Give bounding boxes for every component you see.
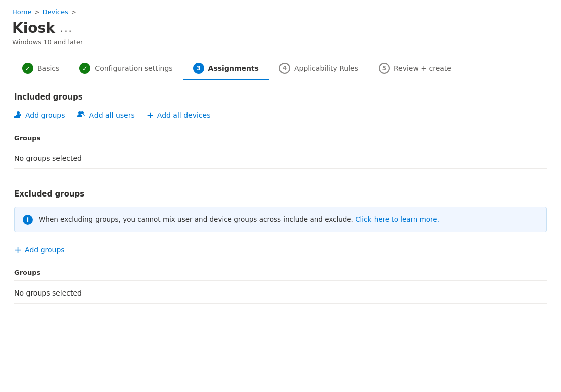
- included-groups-table-header: Groups: [14, 130, 547, 146]
- tab-applicability-rules[interactable]: 4 Applicability Rules: [269, 58, 368, 80]
- add-all-users-button[interactable]: Add all users: [77, 110, 135, 120]
- add-all-devices-label: Add all devices: [157, 111, 211, 119]
- add-groups-button[interactable]: Add groups: [14, 110, 65, 120]
- section-divider: [14, 179, 547, 179]
- tab-assignments-step-circle: 3: [193, 63, 204, 74]
- included-groups-actions: Add groups Add all users + Add all devic…: [14, 110, 547, 120]
- tab-configuration-settings[interactable]: Configuration settings: [69, 58, 182, 80]
- add-all-users-label: Add all users: [89, 111, 135, 119]
- breadcrumb-devices[interactable]: Devices: [42, 8, 68, 16]
- excluded-groups-table-header: Groups: [14, 265, 547, 281]
- tab-config-label: Configuration settings: [95, 64, 172, 72]
- tab-applicability-label: Applicability Rules: [294, 64, 358, 72]
- tab-review-step-circle: 5: [379, 63, 390, 74]
- tab-basics-check-icon: [22, 63, 33, 74]
- breadcrumb-sep2: >: [71, 9, 76, 16]
- excluded-groups-info-box: i When excluding groups, you cannot mix …: [14, 207, 547, 232]
- tab-basics[interactable]: Basics: [12, 58, 69, 80]
- plus-icon: +: [147, 110, 154, 120]
- tab-review-label: Review + create: [394, 64, 451, 72]
- info-icon: i: [23, 215, 33, 225]
- people-add-icon: [77, 110, 86, 120]
- excluded-plus-icon: +: [14, 244, 22, 255]
- excluded-add-groups-label: Add groups: [25, 246, 65, 254]
- breadcrumb-home[interactable]: Home: [12, 8, 31, 16]
- page-title: Kiosk: [12, 20, 55, 36]
- tab-assignments[interactable]: 3 Assignments: [183, 58, 269, 80]
- wizard-tabs: Basics Configuration settings 3 Assignme…: [12, 58, 549, 80]
- included-groups-heading: Included groups: [14, 92, 547, 102]
- tab-basics-label: Basics: [37, 64, 59, 72]
- excluded-add-groups-button[interactable]: + Add groups: [14, 244, 65, 255]
- included-groups-empty-row: No groups selected: [14, 148, 547, 169]
- page-subtitle: Windows 10 and later: [12, 38, 549, 46]
- excluded-groups-actions: + Add groups: [14, 244, 547, 255]
- breadcrumb-sep1: >: [34, 9, 39, 16]
- info-text: When excluding groups, you cannot mix us…: [39, 214, 439, 224]
- page-title-area: Kiosk ...: [12, 20, 549, 36]
- tab-applicability-step-circle: 4: [279, 63, 290, 74]
- tab-config-check-icon: [79, 63, 90, 74]
- page-menu-button[interactable]: ...: [60, 22, 73, 34]
- breadcrumb: Home > Devices >: [12, 8, 549, 16]
- info-learn-more-link[interactable]: Click here to learn more.: [355, 215, 439, 223]
- excluded-groups-heading: Excluded groups: [14, 189, 547, 199]
- person-add-icon: [14, 110, 22, 120]
- content-area: Included groups Add groups Add all users…: [12, 92, 549, 304]
- add-all-devices-button[interactable]: + Add all devices: [147, 110, 211, 120]
- tab-review-create[interactable]: 5 Review + create: [368, 58, 461, 80]
- tab-assignments-label: Assignments: [208, 64, 259, 72]
- excluded-groups-empty-row: No groups selected: [14, 283, 547, 304]
- add-groups-label: Add groups: [25, 111, 65, 119]
